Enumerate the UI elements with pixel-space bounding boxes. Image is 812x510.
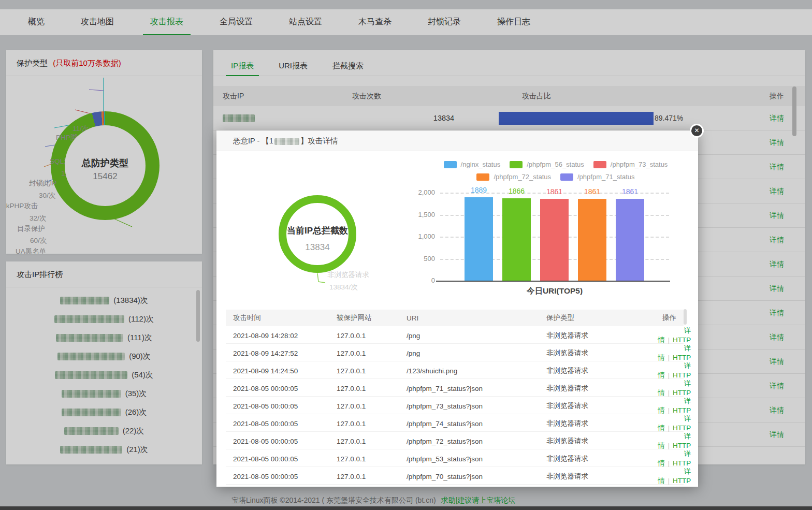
- protected-site: 127.0.0.1: [337, 455, 407, 463]
- action-separator: |: [668, 336, 670, 344]
- attack-time: 2021-08-05 00:00:05: [233, 473, 337, 480]
- http-link[interactable]: HTTP: [673, 371, 691, 379]
- modal-table-scrollbar[interactable]: [684, 309, 687, 325]
- action-separator: |: [668, 354, 670, 361]
- action-separator: |: [668, 424, 670, 432]
- action-separator: |: [668, 371, 670, 379]
- row-actions: 详情|HTTP: [658, 379, 691, 398]
- http-link[interactable]: HTTP: [673, 477, 691, 485]
- attack-time: 2021-08-05 00:00:05: [233, 385, 337, 392]
- http-link[interactable]: HTTP: [673, 459, 691, 467]
- row-actions: 详情|HTTP: [658, 449, 691, 468]
- protect-type: 非浏览器请求: [546, 366, 658, 375]
- attack-log-row: 2021-08-09 14:24:50127.0.0.1/123/shuichi…: [226, 361, 684, 379]
- action-separator: |: [668, 389, 670, 397]
- row-actions: 详情|HTTP: [658, 467, 691, 486]
- protected-site: 127.0.0.1: [337, 473, 407, 480]
- protect-type: 非浏览器请求: [546, 331, 658, 340]
- attack-log-row: 2021-08-09 14:28:02127.0.0.1/png非浏览器请求详情…: [226, 326, 684, 344]
- attack-log-row: 2021-08-05 00:00:05127.0.0.1/phpfpm_71_s…: [226, 379, 684, 397]
- protect-type: 非浏览器请求: [546, 384, 658, 393]
- uri-cell: /phpfpm_73_status?json: [407, 402, 546, 410]
- uri-cell: /phpfpm_74_status?json: [407, 420, 546, 428]
- protect-type: 非浏览器请求: [546, 419, 658, 428]
- action-separator: |: [668, 477, 670, 485]
- action-separator: |: [668, 459, 670, 467]
- protected-site: 127.0.0.1: [337, 349, 407, 357]
- attack-log-table: 攻击时间 被保护网站 URI 保护类型 操作 2021-08-09 14:28:…: [226, 310, 684, 485]
- close-icon[interactable]: ✕: [690, 124, 704, 138]
- row-actions: 详情|HTTP: [658, 397, 691, 415]
- attack-time: 2021-08-09 14:28:02: [233, 332, 337, 340]
- ip-donut-leader-line: [216, 130, 698, 296]
- row-actions: 详情|HTTP: [658, 414, 691, 433]
- protected-site: 127.0.0.1: [337, 402, 407, 410]
- col-header-uri: URI: [407, 314, 546, 322]
- attack-time: 2021-08-09 14:24:50: [233, 367, 337, 375]
- attack-time: 2021-08-09 14:27:52: [233, 349, 337, 357]
- action-separator: |: [668, 442, 670, 449]
- http-link[interactable]: HTTP: [673, 354, 691, 361]
- protect-type: 非浏览器请求: [546, 472, 658, 481]
- http-link[interactable]: HTTP: [673, 406, 691, 414]
- attack-time: 2021-08-05 00:00:05: [233, 455, 337, 463]
- attack-log-row: 2021-08-09 14:27:52127.0.0.1/png非浏览器请求详情…: [226, 344, 684, 361]
- uri-cell: /png: [407, 332, 546, 340]
- attack-log-row: 2021-08-05 00:00:05127.0.0.1/phpfpm_74_s…: [226, 414, 684, 432]
- http-link[interactable]: HTTP: [673, 389, 691, 397]
- col-header-attack-time: 攻击时间: [233, 313, 337, 323]
- protect-type: 非浏览器请求: [546, 436, 658, 446]
- attack-time: 2021-08-05 00:00:05: [233, 438, 337, 445]
- col-header-operation: 操作: [658, 313, 676, 323]
- uri-cell: /png: [407, 349, 546, 357]
- protect-type: 非浏览器请求: [546, 401, 658, 411]
- row-actions: 详情|HTTP: [658, 326, 691, 345]
- attack-time: 2021-08-05 00:00:05: [233, 402, 337, 410]
- attack-log-header: 攻击时间 被保护网站 URI 保护类型 操作: [226, 310, 684, 326]
- protected-site: 127.0.0.1: [337, 367, 407, 375]
- attack-log-row: 2021-08-05 00:00:05127.0.0.1/phpfpm_73_s…: [226, 397, 684, 414]
- row-actions: 详情|HTTP: [658, 344, 691, 362]
- protected-site: 127.0.0.1: [337, 438, 407, 445]
- http-link[interactable]: HTTP: [673, 424, 691, 432]
- col-header-protected-site: 被保护网站: [337, 313, 407, 323]
- protected-site: 127.0.0.1: [337, 332, 407, 340]
- uri-cell: /123/shuichi.png: [407, 367, 546, 375]
- protect-type: 非浏览器请求: [546, 454, 658, 463]
- http-link[interactable]: HTTP: [673, 336, 691, 344]
- col-header-protect-type: 保护类型: [546, 313, 658, 323]
- protected-site: 127.0.0.1: [337, 385, 407, 392]
- attack-log-row: 2021-08-05 00:00:05127.0.0.1/phpfpm_53_s…: [226, 449, 684, 467]
- row-actions: 详情|HTTP: [658, 432, 691, 450]
- attack-log-rows: 2021-08-09 14:28:02127.0.0.1/png非浏览器请求详情…: [226, 326, 684, 485]
- uri-cell: /phpfpm_72_status?json: [407, 438, 546, 445]
- uri-cell: /phpfpm_53_status?json: [407, 455, 546, 463]
- attack-time: 2021-08-05 00:00:05: [233, 420, 337, 428]
- attack-log-row: 2021-08-05 00:00:05127.0.0.1/phpfpm_72_s…: [226, 432, 684, 449]
- protect-type: 非浏览器请求: [546, 348, 658, 358]
- http-link[interactable]: HTTP: [673, 442, 691, 449]
- attack-log-row: 2021-08-05 00:00:05127.0.0.1/phpfpm_70_s…: [226, 467, 684, 485]
- attack-detail-modal: ✕ 恶意IP - 【1】攻击详情 当前IP总拦截数 13834 非浏览器请求 1…: [216, 130, 698, 487]
- uri-cell: /phpfpm_71_status?json: [407, 385, 546, 392]
- row-actions: 详情|HTTP: [658, 361, 691, 380]
- action-separator: |: [668, 406, 670, 414]
- protected-site: 127.0.0.1: [337, 420, 407, 428]
- uri-cell: /phpfpm_70_status?json: [407, 473, 546, 480]
